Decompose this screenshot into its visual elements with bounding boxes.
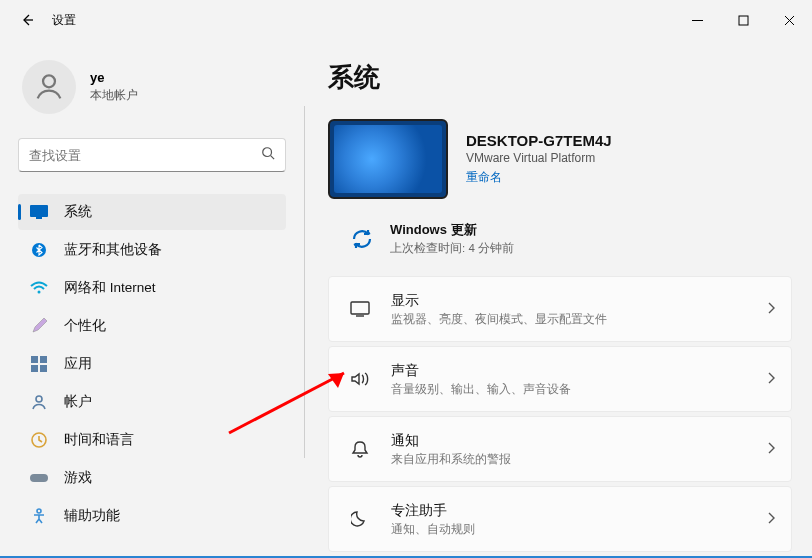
profile-block[interactable]: ye 本地帐户 (18, 40, 286, 138)
nav-label: 网络和 Internet (64, 279, 156, 297)
card-sound[interactable]: 声音 音量级别、输出、输入、声音设备 (328, 346, 792, 412)
nav-item-accessibility[interactable]: 辅助功能 (18, 498, 286, 534)
svg-rect-14 (40, 365, 47, 372)
minimize-icon (692, 15, 703, 26)
svg-rect-19 (351, 302, 369, 314)
svg-rect-7 (30, 205, 48, 217)
search-icon (261, 146, 275, 164)
card-notifications[interactable]: 通知 来自应用和系统的警报 (328, 416, 792, 482)
card-sub: 来自应用和系统的警报 (391, 452, 767, 467)
moon-icon (349, 510, 371, 528)
divider (304, 106, 305, 458)
device-row: DESKTOP-G7TEM4J VMware Virtual Platform … (328, 119, 792, 199)
apps-icon (30, 355, 48, 373)
svg-point-5 (263, 148, 272, 157)
svg-point-15 (36, 396, 42, 402)
nav-item-network[interactable]: 网络和 Internet (18, 270, 286, 306)
profile-name: ye (90, 70, 138, 85)
arrow-left-icon (19, 12, 35, 28)
svg-rect-12 (40, 356, 47, 363)
search-input[interactable] (29, 148, 261, 163)
close-icon (784, 15, 795, 26)
nav-label: 个性化 (64, 317, 106, 335)
page-title: 系统 (328, 60, 792, 95)
bell-icon (349, 440, 371, 458)
chevron-right-icon (767, 510, 775, 528)
nav-item-gaming[interactable]: 游戏 (18, 460, 286, 496)
bluetooth-icon (30, 241, 48, 259)
device-platform: VMware Virtual Platform (466, 151, 612, 165)
nav-label: 应用 (64, 355, 92, 373)
titlebar: 设置 (0, 0, 812, 40)
clock-icon (30, 431, 48, 449)
minimize-button[interactable] (674, 4, 720, 36)
nav-label: 帐户 (64, 393, 92, 411)
update-title: Windows 更新 (390, 221, 514, 239)
nav-label: 蓝牙和其他设备 (64, 241, 162, 259)
svg-rect-13 (31, 365, 38, 372)
svg-point-4 (43, 75, 55, 87)
person-icon (32, 70, 66, 104)
nav-item-accounts[interactable]: 帐户 (18, 384, 286, 420)
nav-item-time-lang[interactable]: 时间和语言 (18, 422, 286, 458)
accessibility-icon (30, 507, 48, 525)
display-icon (349, 301, 371, 317)
rename-link[interactable]: 重命名 (466, 169, 502, 186)
wifi-icon (30, 279, 48, 297)
maximize-button[interactable] (720, 4, 766, 36)
nav-item-personalize[interactable]: 个性化 (18, 308, 286, 344)
chevron-right-icon (767, 300, 775, 318)
card-display[interactable]: 显示 监视器、亮度、夜间模式、显示配置文件 (328, 276, 792, 342)
card-title: 显示 (391, 292, 767, 310)
svg-rect-17 (30, 474, 48, 482)
card-sub: 通知、自动规则 (391, 522, 767, 537)
card-title: 声音 (391, 362, 767, 380)
monitor-icon (30, 203, 48, 221)
gamepad-icon (30, 469, 48, 487)
profile-subtitle: 本地帐户 (90, 87, 138, 104)
card-sub: 监视器、亮度、夜间模式、显示配置文件 (391, 312, 767, 327)
card-sub: 音量级别、输出、输入、声音设备 (391, 382, 767, 397)
nav-item-apps[interactable]: 应用 (18, 346, 286, 382)
main-pane: 系统 DESKTOP-G7TEM4J VMware Virtual Platfo… (300, 40, 812, 558)
windows-update-row[interactable]: Windows 更新 上次检查时间: 4 分钟前 (328, 221, 792, 266)
nav-label: 系统 (64, 203, 92, 221)
nav-list: 系统 蓝牙和其他设备 网络和 Internet 个性化 应用 帐户 (18, 194, 286, 534)
avatar (22, 60, 76, 114)
svg-rect-8 (36, 217, 42, 219)
maximize-icon (738, 15, 749, 26)
search-input-wrap[interactable] (18, 138, 286, 172)
update-icon (348, 225, 376, 253)
svg-point-18 (37, 509, 41, 513)
desktop-thumbnail[interactable] (328, 119, 448, 199)
chevron-right-icon (767, 370, 775, 388)
nav-label: 时间和语言 (64, 431, 134, 449)
chevron-right-icon (767, 440, 775, 458)
close-button[interactable] (766, 4, 812, 36)
settings-cards: 显示 监视器、亮度、夜间模式、显示配置文件 声音 音量级别、输出、输入、声音设备… (328, 276, 792, 552)
card-focus-assist[interactable]: 专注助手 通知、自动规则 (328, 486, 792, 552)
window-controls (674, 4, 812, 36)
nav-label: 游戏 (64, 469, 92, 487)
back-button[interactable] (12, 5, 42, 35)
sound-icon (349, 371, 371, 387)
nav-item-bluetooth[interactable]: 蓝牙和其他设备 (18, 232, 286, 268)
svg-line-6 (271, 156, 275, 160)
update-sub: 上次检查时间: 4 分钟前 (390, 241, 514, 256)
account-icon (30, 393, 48, 411)
brush-icon (30, 317, 48, 335)
nav-label: 辅助功能 (64, 507, 120, 525)
device-name: DESKTOP-G7TEM4J (466, 132, 612, 149)
svg-point-10 (38, 291, 41, 294)
window-title: 设置 (52, 12, 76, 29)
nav-item-system[interactable]: 系统 (18, 194, 286, 230)
svg-rect-1 (739, 16, 748, 25)
sidebar: ye 本地帐户 系统 蓝牙和其他设备 网络和 Internet (0, 40, 300, 558)
svg-rect-11 (31, 356, 38, 363)
card-title: 专注助手 (391, 502, 767, 520)
card-title: 通知 (391, 432, 767, 450)
